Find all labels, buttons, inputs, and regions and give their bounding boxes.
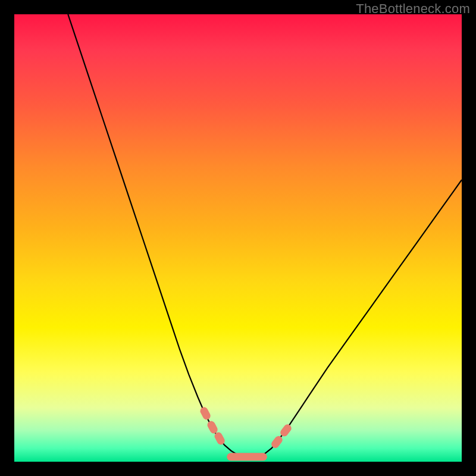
chart-frame: TheBottleneck.com (0, 0, 476, 476)
chart-svg (14, 14, 462, 462)
chart-plot-area (14, 14, 462, 462)
markers-group (199, 406, 293, 461)
chart-marker (199, 406, 212, 421)
left-curve-line (68, 14, 251, 459)
attribution-text: TheBottleneck.com (356, 1, 470, 17)
chart-marker-bottom (227, 453, 267, 461)
right-curve-line (252, 180, 462, 459)
